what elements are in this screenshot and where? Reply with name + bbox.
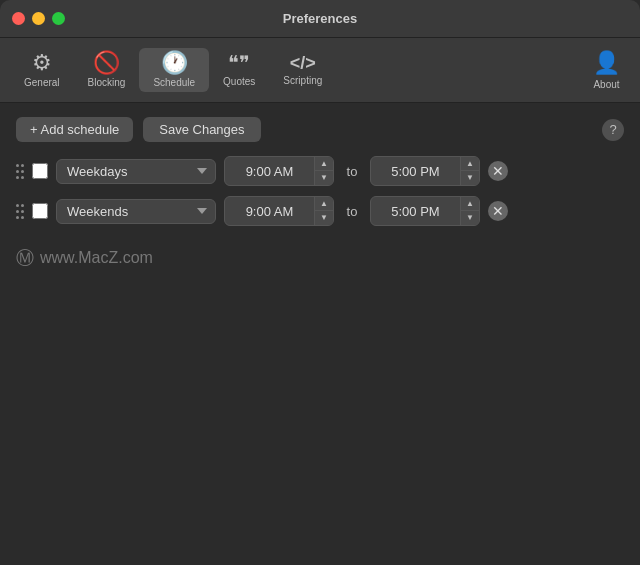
toolbar-item-about[interactable]: 👤 About	[583, 46, 630, 94]
schedule-checkbox-1[interactable]	[32, 163, 48, 179]
to-label-2: to	[342, 204, 362, 219]
block-icon: 🚫	[93, 52, 120, 74]
action-bar: + Add schedule Save Changes ?	[16, 117, 624, 142]
toolbar-item-scripting[interactable]: </> Scripting	[269, 50, 336, 90]
start-time-control-1: 9:00 AM ▲ ▼	[224, 156, 334, 186]
minimize-button[interactable]	[32, 12, 45, 25]
toolbar-item-quotes[interactable]: ❝❞ Quotes	[209, 49, 269, 91]
toolbar-quotes-label: Quotes	[223, 76, 255, 87]
end-time-stepper-2: ▲ ▼	[460, 197, 479, 225]
drag-dot	[16, 176, 19, 179]
gear-icon: ⚙	[32, 52, 52, 74]
clock-icon: 🕐	[161, 52, 188, 74]
toolbar-item-general[interactable]: ⚙ General	[10, 48, 74, 92]
drag-dot	[21, 204, 24, 207]
end-time-value-2: 5:00 PM	[371, 199, 460, 224]
drag-dot	[16, 170, 19, 173]
start-time-up-2[interactable]: ▲	[315, 197, 333, 211]
start-time-down-1[interactable]: ▼	[315, 171, 333, 185]
code-icon: </>	[290, 54, 316, 72]
toolbar-schedule-label: Schedule	[153, 77, 195, 88]
end-time-control-2: 5:00 PM ▲ ▼	[370, 196, 480, 226]
watermark: Ⓜ www.MacZ.com	[16, 246, 624, 270]
drag-dot	[16, 210, 19, 213]
schedule-row: Weekdays Weekends Every Day Monday Tuesd…	[16, 156, 624, 186]
drag-dot	[21, 216, 24, 219]
day-select-2[interactable]: Weekdays Weekends Every Day Monday Tuesd…	[56, 199, 216, 224]
title-bar: Preferences	[0, 0, 640, 38]
drag-dot	[21, 210, 24, 213]
drag-dot	[21, 164, 24, 167]
end-time-down-2[interactable]: ▼	[461, 211, 479, 225]
end-time-up-1[interactable]: ▲	[461, 157, 479, 171]
drag-dot	[21, 170, 24, 173]
schedule-row: Weekdays Weekends Every Day Monday Tuesd…	[16, 196, 624, 226]
about-icon: 👤	[593, 50, 620, 76]
start-time-stepper-1: ▲ ▼	[314, 157, 333, 185]
end-time-value-1: 5:00 PM	[371, 159, 460, 184]
end-time-stepper-1: ▲ ▼	[460, 157, 479, 185]
quote-icon: ❝❞	[228, 53, 250, 73]
start-time-up-1[interactable]: ▲	[315, 157, 333, 171]
drag-handle-2[interactable]	[16, 204, 24, 219]
toolbar-scripting-label: Scripting	[283, 75, 322, 86]
drag-dot	[21, 176, 24, 179]
start-time-control-2: 9:00 AM ▲ ▼	[224, 196, 334, 226]
start-time-value-1: 9:00 AM	[225, 159, 314, 184]
start-time-stepper-2: ▲ ▼	[314, 197, 333, 225]
remove-schedule-1[interactable]: ✕	[488, 161, 508, 181]
save-changes-button[interactable]: Save Changes	[143, 117, 260, 142]
toolbar-general-label: General	[24, 77, 60, 88]
content-area: + Add schedule Save Changes ? Weekdays W…	[0, 103, 640, 284]
help-button[interactable]: ?	[602, 119, 624, 141]
schedule-checkbox-2[interactable]	[32, 203, 48, 219]
close-button[interactable]	[12, 12, 25, 25]
traffic-lights	[12, 12, 65, 25]
start-time-value-2: 9:00 AM	[225, 199, 314, 224]
day-select-1[interactable]: Weekdays Weekends Every Day Monday Tuesd…	[56, 159, 216, 184]
end-time-down-1[interactable]: ▼	[461, 171, 479, 185]
end-time-up-2[interactable]: ▲	[461, 197, 479, 211]
toolbar-blocking-label: Blocking	[88, 77, 126, 88]
drag-dot	[16, 164, 19, 167]
maximize-button[interactable]	[52, 12, 65, 25]
remove-schedule-2[interactable]: ✕	[488, 201, 508, 221]
toolbar: ⚙ General 🚫 Blocking 🕐 Schedule ❝❞ Quote…	[0, 38, 640, 103]
drag-handle-1[interactable]	[16, 164, 24, 179]
start-time-down-2[interactable]: ▼	[315, 211, 333, 225]
window-title: Preferences	[283, 11, 357, 26]
toolbar-item-blocking[interactable]: 🚫 Blocking	[74, 48, 140, 92]
watermark-icon: Ⓜ	[16, 246, 34, 270]
toolbar-about-label: About	[593, 79, 619, 90]
toolbar-item-schedule[interactable]: 🕐 Schedule	[139, 48, 209, 92]
end-time-control-1: 5:00 PM ▲ ▼	[370, 156, 480, 186]
drag-dot	[16, 216, 19, 219]
to-label-1: to	[342, 164, 362, 179]
add-schedule-button[interactable]: + Add schedule	[16, 117, 133, 142]
drag-dot	[16, 204, 19, 207]
watermark-text: www.MacZ.com	[40, 249, 153, 267]
